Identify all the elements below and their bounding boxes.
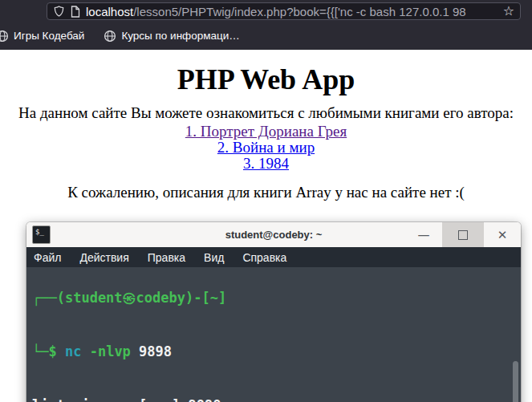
menu-help[interactable]: Справка: [242, 251, 286, 264]
page-title: PHP Web App: [0, 63, 532, 96]
prompt-port: 9898: [139, 343, 172, 359]
prompt-symbol: └─$: [32, 343, 65, 359]
intro-text: На данном сайте Вы можете ознакомиться с…: [0, 104, 532, 122]
window-controls: — ✕: [405, 222, 521, 247]
menu-edit[interactable]: Правка: [148, 251, 185, 264]
menu-view[interactable]: Вид: [204, 251, 224, 264]
terminal-scrollbar-thumb[interactable]: [513, 361, 518, 402]
menu-file[interactable]: Файл: [34, 251, 61, 264]
url-input[interactable]: localhost/lesson5/PHPTwig/index.php?book…: [86, 5, 497, 18]
globe-icon: [104, 30, 116, 43]
bookmark-star-icon[interactable]: ☆: [503, 5, 514, 18]
terminal-app-icon: $_: [32, 225, 51, 244]
browser-chrome: localhost/lesson5/PHPTwig/index.php?book…: [0, 0, 532, 50]
globe-icon: [0, 30, 9, 43]
terminal-titlebar[interactable]: $_ student@codeby: ~ — ✕: [26, 222, 521, 247]
terminal-line: listening on [any] 9898 ...: [32, 396, 521, 402]
book-link-1[interactable]: 1. Портрет Дориана Грея: [0, 124, 532, 140]
page-icon[interactable]: [71, 6, 80, 18]
terminal-line-scrollback: ┌──(student㉿codeby)-[~]: [32, 289, 521, 307]
shield-icon[interactable]: [53, 5, 65, 18]
bookmarks-bar: Игры Кодебай Курсы по информаци…: [0, 22, 532, 50]
minimize-button[interactable]: —: [405, 222, 442, 247]
menu-actions[interactable]: Действия: [79, 251, 128, 264]
url-fade: [470, 5, 497, 18]
terminal-window-title: student@codeby: ~: [225, 229, 323, 241]
close-button[interactable]: ✕: [484, 222, 521, 247]
prompt-args: -nlvp: [81, 343, 139, 359]
url-host: localhost: [86, 5, 133, 18]
url-path: /lesson5/PHPTwig/index.php?book={{['nc -…: [133, 5, 465, 18]
maximize-icon: [458, 230, 468, 240]
terminal-content[interactable]: ┌──(student㉿codeby)-[~] └─$ nc -nlvp 989…: [26, 267, 521, 402]
bookmark-label: Игры Кодебай: [14, 30, 84, 42]
book-list: 1. Портрет Дориана Грея 2. Война и мир 3…: [0, 124, 532, 172]
url-bar[interactable]: localhost/lesson5/PHPTwig/index.php?book…: [47, 2, 521, 20]
book-link-3[interactable]: 3. 1984: [0, 156, 532, 172]
navigation-toolbar: localhost/lesson5/PHPTwig/index.php?book…: [0, 0, 532, 22]
bookmark-label: Курсы по информаци…: [121, 30, 239, 42]
book-link-2[interactable]: 2. Война и мир: [0, 140, 532, 156]
terminal-window: $_ student@codeby: ~ — ✕ Файл Действия П…: [26, 222, 521, 402]
bookmark-item-courses[interactable]: Курсы по информаци…: [100, 27, 242, 45]
terminal-menubar: Файл Действия Правка Вид Справка: [26, 247, 521, 267]
prompt-command: nc: [65, 343, 81, 359]
terminal-prompt-line: └─$ nc -nlvp 9898: [32, 343, 521, 360]
bookmark-item-games[interactable]: Игры Кодебай: [0, 27, 87, 45]
maximize-button[interactable]: [442, 222, 484, 247]
no-description-message: К сожалению, описания для книги Array у …: [0, 184, 532, 201]
